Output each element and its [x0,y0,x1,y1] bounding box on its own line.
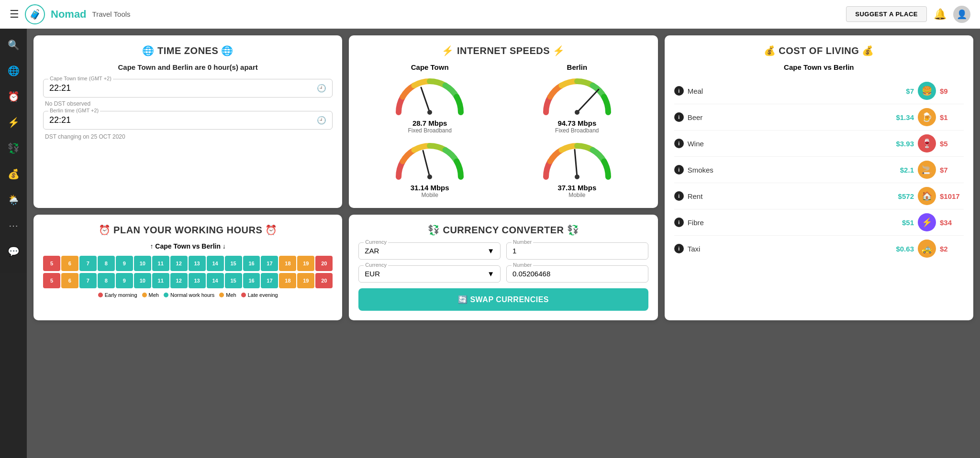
cost-val1-meal: $7 [892,87,914,95]
to-currency-label: Currency [364,262,388,268]
header-left: ☰ 🧳 Nomad Travel Tools [10,4,846,24]
to-currency-select[interactable]: EUR ▼ [365,270,494,278]
cost-icon-rent: 🏠 [918,187,936,205]
hour-cell: 9 [116,256,133,271]
currency-to-row: Currency EUR ▼ Number [358,265,648,283]
legend-dot-meh1 [142,293,147,297]
info-icon-rent[interactable]: i [674,191,684,201]
hour-cell: 5 [43,256,60,271]
berlin-broadband-gauge [541,74,613,117]
from-currency-select[interactable]: ZAR ▼ [365,247,494,255]
sidebar: 🔍 🌐 ⏰ ⚡ 💱 💰 🌦️ ⋯ 💬 [0,29,27,458]
cost-row-beer: i Beer $1.34 🍺 $1 [674,104,964,131]
hour-cell: 14 [207,256,224,271]
hour-cell: 19 [297,256,314,271]
legend-label-meh1: Meh [149,292,159,298]
city1-time-field[interactable]: Cape Town time (GMT +2) 22:21 🕘 [43,79,333,98]
city2-time-field[interactable]: Berlin time (GMT +2) 22:21 🕘 [43,111,333,130]
cost-icon-meal: 🍔 [918,82,936,100]
hour-cell: 17 [261,256,278,271]
hour-cell: 8 [98,256,115,271]
hamburger-icon[interactable]: ☰ [10,8,19,21]
svg-point-3 [575,110,579,115]
info-icon-smokes[interactable]: i [674,165,684,174]
cost-row-taxi: i Taxi $0.63 🚕 $2 [674,236,964,262]
timezones-subtitle: Cape Town and Berlin are 0 hour(s) apart [43,63,333,71]
sidebar-clock-icon[interactable]: ⏰ [5,88,22,105]
cost-label-fibre: Fibre [688,218,889,227]
hour-cell: 15 [225,256,242,271]
cost-subtitle: Cape Town vs Berlin [674,63,964,71]
working-hours-card: ⏰ PLAN YOUR WORKING HOURS ⏰ ↑ Cape Town … [33,215,342,320]
from-currency-field[interactable]: Currency ZAR ▼ [358,242,501,260]
cost-val1-smokes: $2.1 [892,166,914,174]
sidebar-flash-icon[interactable]: ⚡ [5,114,22,131]
cost-val2-taxi: $2 [940,245,964,253]
cost-icon-beer: 🍺 [918,108,936,126]
to-number-field[interactable]: Number [506,265,648,283]
hour-cell: 10 [134,256,151,271]
cost-label-taxi: Taxi [688,245,889,253]
cost-val1-wine: $3.93 [892,140,914,148]
from-number-input[interactable] [512,247,642,255]
info-icon-meal[interactable]: i [674,86,684,96]
berlin-mobile-type: Mobile [506,192,648,198]
cost-label-beer: Beer [688,113,889,121]
hour-cell: 16 [243,273,260,288]
hour-cell: 12 [170,256,188,271]
hour-cell: 12 [170,273,188,288]
cost-val1-beer: $1.34 [892,113,914,121]
info-icon-fibre[interactable]: i [674,218,684,227]
header-right: SUGGEST A PLACE 🔔 👤 [846,6,970,23]
cost-val2-rent: $1017 [940,192,964,200]
to-currency-field[interactable]: Currency EUR ▼ [358,265,501,283]
sidebar-chat-icon[interactable]: 💬 [5,243,22,260]
info-icon-wine[interactable]: i [674,139,684,148]
cost-label-meal: Meal [688,87,889,95]
sidebar-chat-dots-icon[interactable]: ⋯ [5,217,22,234]
hour-cell: 16 [243,256,260,271]
info-icon-beer[interactable]: i [674,112,684,122]
berlin-city-label: Berlin [506,63,648,71]
info-icon-taxi[interactable]: i [674,244,684,253]
swap-currencies-button[interactable]: 🔄 SWAP CURRENCIES [358,288,648,311]
hour-cell: 20 [315,256,333,271]
capetown-broadband-value: 28.7 Mbps [358,119,501,127]
sidebar-globe-icon[interactable]: 🌐 [5,62,22,79]
sidebar-money-icon[interactable]: 💰 [5,165,22,183]
sidebar-search-icon[interactable]: 🔍 [5,36,22,54]
svg-point-7 [575,174,579,179]
bell-icon[interactable]: 🔔 [934,8,947,21]
from-number-field[interactable]: Number [506,242,648,260]
logo-sub: Travel Tools [92,10,131,18]
cost-label-wine: Wine [688,140,889,148]
hour-cell: 11 [152,256,169,271]
currency-title: 💱 CURRENCY CONVERTER 💱 [358,224,648,236]
legend-dot-normal [164,293,168,297]
legend-late: Late evening [241,292,278,298]
hour-cell: 13 [189,273,206,288]
to-currency-chevron: ▼ [487,270,494,278]
logo-name: Nomad [51,8,87,21]
legend-label-early: Early morning [105,292,137,298]
cost-val1-rent: $572 [892,192,914,200]
cost-row-rent: i Rent $572 🏠 $1017 [674,183,964,209]
sidebar-weather-icon[interactable]: 🌦️ [5,191,22,208]
hour-cell: 10 [134,273,151,288]
timezones-card: 🌐 TIME ZONES 🌐 Cape Town and Berlin are … [33,35,342,208]
cost-card: 💰 COST OF LIVING 💰 Cape Town vs Berlin i… [665,35,973,320]
hour-cell: 6 [61,273,78,288]
from-currency-chevron: ▼ [487,247,494,255]
legend-label-late: Late evening [248,292,278,298]
svg-line-2 [577,89,599,112]
to-number-input[interactable] [512,270,642,278]
from-currency-label: Currency [364,239,388,245]
legend-dot-late [241,293,246,297]
hour-cell: 18 [279,273,296,288]
sidebar-currency-icon[interactable]: 💱 [5,140,22,157]
legend-label-normal: Normal work hours [170,292,214,298]
internet-title: ⚡ INTERNET SPEEDS ⚡ [358,45,648,56]
suggest-place-button[interactable]: SUGGEST A PLACE [846,6,927,22]
working-hours-title: ⏰ PLAN YOUR WORKING HOURS ⏰ [43,224,333,236]
cost-icon-wine: 🍷 [918,134,936,153]
